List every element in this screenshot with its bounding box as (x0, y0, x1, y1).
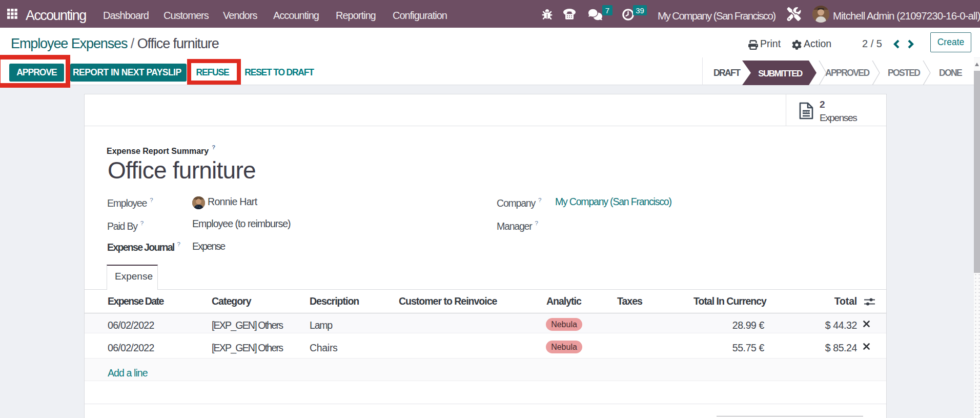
svg-text:SUBMITTED: SUBMITTED (758, 69, 803, 78)
